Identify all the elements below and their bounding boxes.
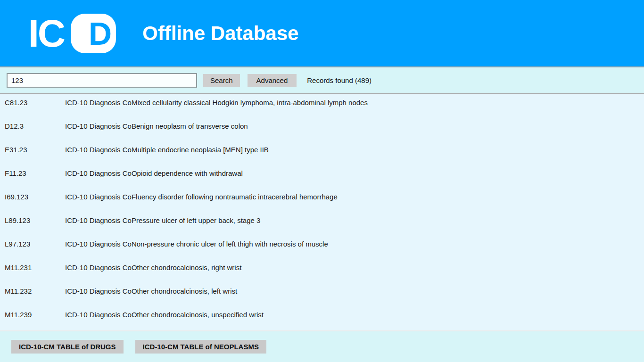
neoplasms-table-button[interactable]: ICD-10-CM TABLE of NEOPLASMS [135,340,266,354]
logo-d-badge: D [71,14,116,53]
row-description: ICD-10 Diagnosis CoOther chondrocalcinos… [65,263,241,272]
row-code: F11.23 [5,169,65,177]
row-code: M11.231 [5,263,65,272]
app-window: IC D Offline Database Search Advanced Re… [0,0,644,362]
table-row[interactable]: F11.23 ICD-10 Diagnosis CoOpioid depende… [0,165,644,189]
row-code: E31.23 [5,146,65,154]
row-description: ICD-10 Diagnosis CoOpioid dependence wit… [65,169,243,177]
search-button[interactable]: Search [203,74,240,87]
search-input[interactable] [7,73,197,88]
page-title: Offline Database [142,22,298,45]
row-code: I69.123 [5,193,65,201]
row-description: ICD-10 Diagnosis CoBenign neoplasm of tr… [65,122,248,130]
table-row[interactable]: M11.239 ICD-10 Diagnosis CoOther chondro… [0,306,644,330]
app-header: IC D Offline Database [0,0,644,67]
table-row[interactable]: D12.3 ICD-10 Diagnosis CoBenign neoplasm… [0,118,644,141]
logo-text-d: D [89,17,112,49]
row-description: ICD-10 Diagnosis CoPressure ulcer of lef… [65,216,260,224]
table-row[interactable]: M11.232 ICD-10 Diagnosis CoOther chondro… [0,283,644,306]
row-code: M11.232 [5,287,65,295]
row-code: L97.123 [5,240,65,248]
table-row[interactable]: L97.123 ICD-10 Diagnosis CoNon-pressure … [0,236,644,259]
search-bar: Search Advanced Records found (489) [0,67,644,94]
row-description: ICD-10 Diagnosis CoOther chondrocalcinos… [65,287,237,295]
table-row[interactable]: I69.123 ICD-10 Diagnosis CoFluency disor… [0,189,644,212]
row-code: M11.239 [5,311,65,319]
row-description: ICD-10 Diagnosis CoMixed cellularity cla… [65,99,368,107]
icd-logo: IC D [28,14,116,53]
bottom-bar: ICD-10-CM TABLE of DRUGS ICD-10-CM TABLE… [0,330,644,362]
advanced-button[interactable]: Advanced [248,74,297,87]
records-found-label: Records found (489) [307,76,372,84]
row-code: C81.23 [5,99,65,107]
results-list: C81.23 ICD-10 Diagnosis CoMixed cellular… [0,94,644,330]
logo-text-ic: IC [28,14,64,53]
row-description: ICD-10 Diagnosis CoOther chondrocalcinos… [65,311,264,319]
row-description: ICD-10 Diagnosis CoMultiple endocrine ne… [65,146,269,154]
table-row[interactable]: M11.231 ICD-10 Diagnosis CoOther chondro… [0,259,644,283]
row-code: L89.123 [5,216,65,224]
table-row[interactable]: E31.23 ICD-10 Diagnosis CoMultiple endoc… [0,141,644,165]
row-description: ICD-10 Diagnosis CoFluency disorder foll… [65,193,338,201]
row-code: D12.3 [5,122,65,130]
table-row[interactable]: C81.23 ICD-10 Diagnosis CoMixed cellular… [0,94,644,118]
row-description: ICD-10 Diagnosis CoNon-pressure chronic … [65,240,328,248]
drugs-table-button[interactable]: ICD-10-CM TABLE of DRUGS [11,340,124,354]
table-row[interactable]: L89.123 ICD-10 Diagnosis CoPressure ulce… [0,212,644,236]
